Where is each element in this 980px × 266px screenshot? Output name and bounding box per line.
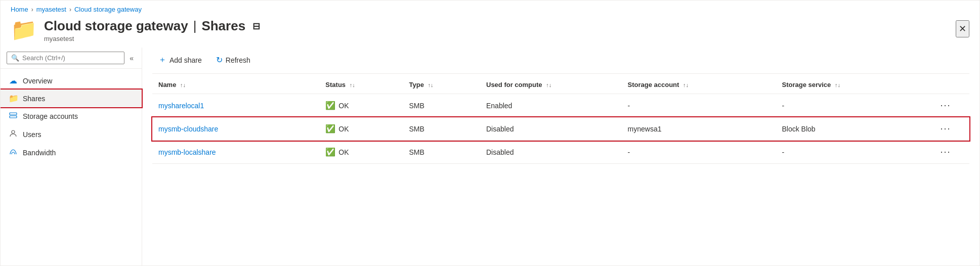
breadcrumb: Home › myasetest › Cloud storage gateway xyxy=(1,1,979,16)
table-header: Name ↑↓ Status ↑↓ Type ↑↓ Used for com xyxy=(152,76,969,94)
col-header-status: Status ↑↓ xyxy=(319,76,403,94)
main-layout: 🔍 « ☁ Overview 📁 Shares xyxy=(1,48,979,265)
add-icon: ＋ xyxy=(158,55,166,65)
row-0-type: SMB xyxy=(403,94,480,117)
row-0-account: - xyxy=(622,94,776,117)
content-area: ＋ Add share ↻ Refresh Name ↑↓ xyxy=(142,48,979,265)
table-body: mysharelocal1✅OKSMBEnabled--···mysmb-clo… xyxy=(152,94,969,164)
sidebar-item-shares[interactable]: 📁 Shares xyxy=(1,90,142,107)
check-circle-icon: ✅ xyxy=(325,124,335,134)
row-2-account: - xyxy=(622,141,776,164)
row-0-more-button[interactable]: ··· xyxy=(936,99,955,112)
row-1-status: ✅OK xyxy=(319,117,403,141)
row-2-more-button[interactable]: ··· xyxy=(936,146,955,158)
col-header-service: Storage service ↑↓ xyxy=(776,76,930,94)
check-circle-icon: ✅ xyxy=(325,101,335,110)
row-2-actions: ··· xyxy=(930,141,969,164)
svg-rect-0 xyxy=(10,113,17,115)
row-1-compute: Disabled xyxy=(480,117,622,141)
add-share-button[interactable]: ＋ Add share xyxy=(152,52,208,68)
breadcrumb-sep2: › xyxy=(69,6,71,13)
folder-icon: 📁 xyxy=(11,19,37,40)
header-title-text: Cloud storage gateway xyxy=(44,18,188,34)
sort-icon-type[interactable]: ↑↓ xyxy=(428,82,434,88)
row-1-account: mynewsa1 xyxy=(622,117,776,141)
row-2-name: mysmb-localshare xyxy=(152,141,319,164)
breadcrumb-resource[interactable]: myasetest xyxy=(36,6,66,13)
header-separator: | xyxy=(193,18,197,34)
col-header-name: Name ↑↓ xyxy=(152,76,319,94)
row-0-actions: ··· xyxy=(930,94,969,117)
sidebar-item-overview-label: Overview xyxy=(23,77,52,85)
col-header-type: Type ↑↓ xyxy=(403,76,480,94)
folder-nav-icon: 📁 xyxy=(9,94,18,103)
header: 📁 Cloud storage gateway | Shares ⊟ myase… xyxy=(1,16,979,48)
storage-icon xyxy=(9,111,18,121)
table-header-row: Name ↑↓ Status ↑↓ Type ↑↓ Used for com xyxy=(152,76,969,94)
sort-icon-compute[interactable]: ↑↓ xyxy=(546,82,551,88)
row-1-service: Block Blob xyxy=(776,117,930,141)
check-circle-icon: ✅ xyxy=(325,147,335,157)
row-1-type: SMB xyxy=(403,117,480,141)
table-row[interactable]: mysharelocal1✅OKSMBEnabled--··· xyxy=(152,94,969,117)
row-1-actions: ··· xyxy=(930,117,969,141)
sort-icon-service[interactable]: ↑↓ xyxy=(835,82,840,88)
sidebar-item-bandwidth-label: Bandwidth xyxy=(23,149,56,157)
header-section: Shares xyxy=(201,18,245,34)
search-input[interactable] xyxy=(22,54,120,62)
sidebar-item-shares-label: Shares xyxy=(23,95,45,103)
row-0-service: - xyxy=(776,94,930,117)
row-2-status: ✅OK xyxy=(319,141,403,164)
cloud-icon: ☁ xyxy=(9,76,18,85)
row-0-status: ✅OK xyxy=(319,94,403,117)
nav-list: ☁ Overview 📁 Shares Storage accounts xyxy=(1,69,142,165)
refresh-icon: ↻ xyxy=(216,55,223,65)
sort-icon-status[interactable]: ↑↓ xyxy=(350,82,355,88)
breadcrumb-page[interactable]: Cloud storage gateway xyxy=(74,6,142,13)
row-1-name: mysmb-cloudshare xyxy=(152,117,319,141)
row-0-name: mysharelocal1 xyxy=(152,94,319,117)
header-title-block: Cloud storage gateway | Shares ⊟ myasete… xyxy=(44,18,260,42)
row-2-type: SMB xyxy=(403,141,480,164)
sidebar-item-overview[interactable]: ☁ Overview xyxy=(1,72,142,90)
search-input-wrapper: 🔍 xyxy=(7,52,124,64)
row-2-compute: Disabled xyxy=(480,141,622,164)
breadcrumb-sep1: › xyxy=(31,6,33,13)
sidebar: 🔍 « ☁ Overview 📁 Shares xyxy=(1,48,142,265)
header-left: 📁 Cloud storage gateway | Shares ⊟ myase… xyxy=(11,18,260,42)
add-share-label: Add share xyxy=(169,56,202,64)
table-row[interactable]: mysmb-localshare✅OKSMBDisabled--··· xyxy=(152,141,969,164)
search-bar: 🔍 « xyxy=(1,48,142,69)
header-subtitle: myasetest xyxy=(44,35,260,42)
refresh-button[interactable]: ↻ Refresh xyxy=(210,52,257,68)
page-wrapper: Home › myasetest › Cloud storage gateway… xyxy=(0,0,980,266)
row-0-compute: Enabled xyxy=(480,94,622,117)
search-icon: 🔍 xyxy=(11,54,19,62)
close-button[interactable]: ✕ xyxy=(956,20,969,37)
header-title: Cloud storage gateway | Shares ⊟ xyxy=(44,18,260,34)
bandwidth-icon xyxy=(9,148,18,158)
sidebar-item-storage-label: Storage accounts xyxy=(23,112,78,120)
col-header-account: Storage account ↑↓ xyxy=(622,76,776,94)
col-header-compute: Used for compute ↑↓ xyxy=(480,76,622,94)
col-header-actions xyxy=(930,76,969,94)
sort-icon-account[interactable]: ↑↓ xyxy=(683,82,689,88)
sidebar-item-users[interactable]: Users xyxy=(1,125,142,144)
table-row[interactable]: mysmb-cloudshare✅OKSMBDisabledmynewsa1Bl… xyxy=(152,117,969,141)
svg-rect-1 xyxy=(10,116,17,118)
breadcrumb-home[interactable]: Home xyxy=(11,6,28,13)
print-icon[interactable]: ⊟ xyxy=(252,21,260,32)
sidebar-item-users-label: Users xyxy=(23,130,41,139)
sidebar-item-bandwidth[interactable]: Bandwidth xyxy=(1,144,142,162)
collapse-button[interactable]: « xyxy=(127,52,136,64)
row-1-more-button[interactable]: ··· xyxy=(936,122,955,135)
toolbar: ＋ Add share ↻ Refresh xyxy=(152,48,969,74)
refresh-label: Refresh xyxy=(226,56,250,64)
shares-table: Name ↑↓ Status ↑↓ Type ↑↓ Used for com xyxy=(152,76,969,164)
sort-icon-name[interactable]: ↑↓ xyxy=(180,82,186,88)
svg-point-2 xyxy=(12,130,15,134)
users-icon xyxy=(9,129,18,140)
row-2-service: - xyxy=(776,141,930,164)
sidebar-item-storage-accounts[interactable]: Storage accounts xyxy=(1,107,142,125)
